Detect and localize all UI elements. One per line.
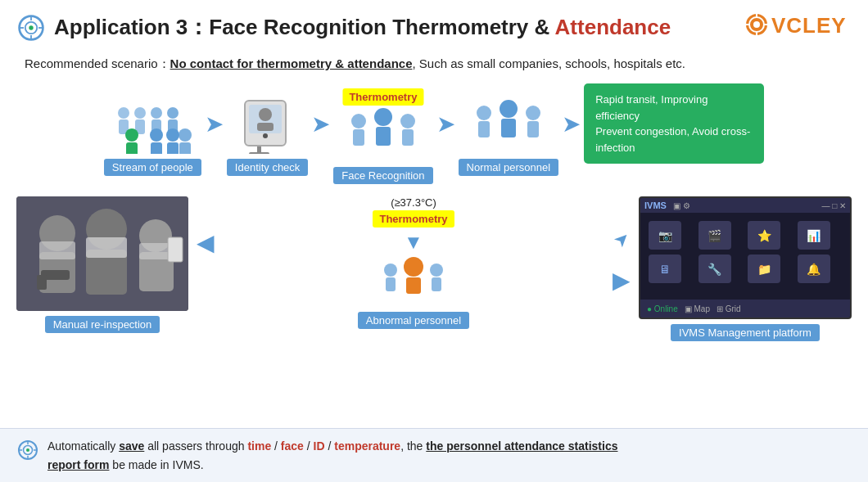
ivms-screen: IVMS ▣ ⚙ — □ ✕ 📷 🎬 ⭐: [639, 196, 852, 319]
svg-rect-66: [406, 277, 421, 294]
bottom-target-icon: [16, 439, 39, 462]
svg-point-48: [526, 106, 540, 120]
svg-point-65: [404, 257, 423, 277]
photo-box: [16, 196, 188, 311]
svg-rect-56: [86, 237, 127, 258]
center-section: (≥37.3°C) Thermometry ▼ Abnormal personn…: [223, 196, 604, 329]
arrows-right-diagonal: ➤ ▶: [613, 229, 631, 294]
svg-point-42: [400, 114, 415, 128]
passers-text: all passers through: [144, 439, 247, 453]
temp-section: (≥37.3°C) Thermometry: [373, 196, 454, 229]
svg-rect-30: [179, 142, 191, 154]
svg-rect-47: [501, 119, 516, 137]
lower-area: Manual re-inspection ◀ (≥37.3°C) Thermom…: [16, 196, 852, 341]
svg-point-15: [118, 107, 129, 119]
svg-point-27: [166, 128, 179, 142]
slash3: /: [325, 439, 335, 453]
scenario-label: Recommended scenario：: [25, 56, 170, 70]
temperature-text: temperature: [334, 439, 400, 453]
arrow-2: ➤: [311, 110, 330, 137]
face-text: face: [281, 439, 304, 453]
svg-point-17: [134, 107, 146, 119]
svg-rect-32: [249, 152, 269, 154]
stream-label: Stream of people: [104, 159, 201, 176]
arrow-down: ▼: [404, 232, 423, 252]
normal-label: Normal personnel: [459, 159, 559, 176]
svg-rect-62: [37, 275, 47, 290]
ivms-icon-1: 📷: [649, 221, 681, 250]
node-face-recognition: Thermometry Face Recognition: [333, 88, 432, 184]
id-text: ID: [314, 439, 325, 453]
report-text: report form: [47, 458, 109, 471]
svg-rect-41: [376, 127, 391, 146]
end-text: be made in IVMS.: [109, 458, 203, 471]
svg-rect-43: [402, 129, 414, 146]
bottom-text: Automatically save all passers through t…: [47, 437, 617, 474]
photo-section: Manual re-inspection: [16, 196, 188, 333]
face-recognition-label: Face Recognition: [333, 167, 432, 184]
svg-point-9: [753, 21, 760, 28]
svg-rect-64: [386, 277, 396, 291]
identity-label: Identity check: [227, 159, 309, 176]
main-content: Stream of people ➤ Identity check: [0, 75, 868, 341]
ivms-icon-2: 🎬: [698, 221, 731, 250]
slash1: /: [271, 439, 281, 453]
svg-text:VCLEY: VCLEY: [771, 13, 847, 38]
svg-rect-36: [257, 123, 274, 131]
ivms-icon-7: 📁: [748, 255, 780, 283]
svg-point-19: [151, 107, 162, 119]
node-identity: Identity check: [227, 97, 309, 176]
svg-point-2: [29, 25, 33, 29]
ivms-icon-4: 📊: [798, 221, 830, 250]
header: Application 3：Face Recognition Thermomet…: [0, 0, 868, 52]
node-stream: Stream of people: [104, 97, 201, 176]
title-middle: Face Recognition Thermometry &: [209, 15, 554, 39]
svg-point-25: [150, 128, 163, 142]
scenario-bar: Recommended scenario：No contact for ther…: [0, 52, 868, 75]
manual-label: Manual re-inspection: [45, 316, 160, 333]
svg-point-29: [179, 128, 192, 142]
temp-text: (≥37.3°C): [373, 196, 454, 209]
logo: VCLEY: [745, 8, 852, 47]
save-text: save: [119, 439, 144, 453]
ivms-icons-grid: 📷 🎬 ⭐ 📊 🖥 🔧: [640, 213, 850, 291]
svg-rect-68: [432, 277, 441, 291]
green-line1: Rapid transit, Improving efficiency: [595, 93, 708, 122]
thermometry-badge: Thermometry: [342, 88, 423, 106]
svg-point-40: [374, 108, 392, 126]
comma-text: , the: [400, 439, 426, 453]
arrow-to-photo: ◀: [197, 229, 215, 256]
green-line2: Prevent congestion, Avoid cross-infectio…: [595, 125, 750, 154]
abnormal-label: Abnormal personnel: [358, 312, 469, 329]
svg-point-46: [500, 100, 518, 118]
svg-point-35: [259, 108, 272, 121]
auto-text: Automatically: [47, 439, 119, 453]
arrow-4: ➤: [562, 110, 581, 137]
scenario-highlight: No contact for thermometry & attendance: [170, 56, 413, 70]
arrow-1: ➤: [205, 110, 224, 137]
page-title: Application 3：Face Recognition Thermomet…: [54, 13, 671, 42]
title-highlight: Attendance: [555, 15, 671, 39]
ivms-icon-6: 🔧: [698, 255, 731, 283]
thermometry-badge2: Thermometry: [373, 210, 454, 227]
svg-point-67: [430, 264, 443, 277]
bottom-bar: Automatically save all passers through t…: [0, 428, 868, 482]
flow-diagram: Stream of people ➤ Identity check: [16, 83, 852, 188]
svg-point-21: [167, 107, 179, 119]
svg-rect-45: [478, 121, 490, 137]
svg-point-44: [477, 106, 491, 120]
svg-rect-60: [168, 237, 183, 262]
time-text: time: [247, 439, 271, 453]
svg-rect-24: [126, 142, 138, 154]
arrow-3: ➤: [436, 110, 455, 137]
svg-point-37: [263, 133, 268, 138]
svg-point-63: [384, 264, 397, 277]
svg-rect-39: [353, 129, 364, 146]
ivms-label: IVMS Management platform: [671, 324, 820, 341]
node-normal: Normal personnel: [459, 97, 559, 176]
slash2: /: [304, 439, 314, 453]
svg-rect-53: [39, 241, 75, 259]
svg-rect-49: [527, 121, 539, 137]
ivms-icon-5: 🖥: [649, 255, 681, 283]
svg-point-38: [351, 114, 366, 128]
